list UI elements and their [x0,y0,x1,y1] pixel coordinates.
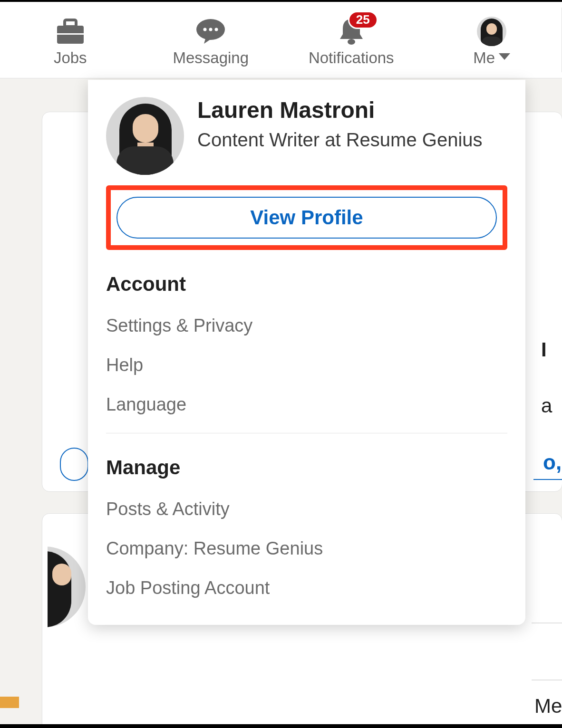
nav-me[interactable]: Me [422,2,562,78]
dropdown-divider [106,433,507,433]
me-dropdown-panel: Lauren Mastroni Content Writer at Resume… [88,80,525,625]
top-navbar: Jobs Messaging 25 Notifications [0,0,562,78]
profile-name: Lauren Mastroni [197,97,507,124]
jobs-icon [56,17,85,46]
menu-language[interactable]: Language [106,385,507,424]
nav-notifications-label: Notifications [309,49,394,67]
background-pill-outline [60,448,88,481]
avatar [477,17,506,46]
svg-point-5 [209,28,213,31]
svg-rect-2 [57,33,84,35]
messaging-icon [195,17,226,46]
bottom-frame-bar [0,724,562,728]
svg-point-6 [215,28,218,31]
bg-text-fragment: a [541,394,562,417]
profile-headline: Content Writer at Resume Genius [197,127,507,153]
bg-orange-strip [0,697,19,708]
bg-divider [532,623,562,623]
notifications-badge: 25 [348,11,378,29]
bg-blue-text-fragment: o, [543,450,562,474]
menu-posts-activity[interactable]: Posts & Activity [106,489,507,529]
view-profile-button[interactable]: View Profile [116,197,497,239]
menu-help[interactable]: Help [106,345,507,385]
account-section-heading: Account [106,273,507,296]
profile-summary[interactable]: Lauren Mastroni Content Writer at Resume… [106,97,507,175]
bg-text-fragment: I [541,338,562,361]
svg-point-4 [203,28,207,31]
bg-blue-underline [533,479,562,480]
manage-section-heading: Manage [106,456,507,479]
menu-job-posting-account[interactable]: Job Posting Account [106,568,507,608]
highlighted-view-profile: View Profile [106,185,507,250]
me-avatar-icon [477,17,506,46]
background-avatar-fragment [48,546,86,627]
nav-me-label: Me [473,49,495,67]
chevron-down-icon [499,53,510,60]
menu-company[interactable]: Company: Resume Genius [106,529,507,568]
nav-messaging-label: Messaging [173,49,249,67]
notifications-icon: 25 [338,17,365,46]
nav-messaging[interactable]: Messaging [141,2,281,78]
nav-notifications[interactable]: 25 Notifications [281,2,422,78]
svg-point-7 [348,39,355,45]
profile-avatar [106,97,184,175]
menu-settings-privacy[interactable]: Settings & Privacy [106,306,507,345]
nav-jobs[interactable]: Jobs [0,2,141,78]
bg-text-fragment: Me [534,695,562,718]
nav-jobs-label: Jobs [54,49,87,67]
svg-rect-1 [65,20,76,27]
bg-divider [532,680,562,680]
